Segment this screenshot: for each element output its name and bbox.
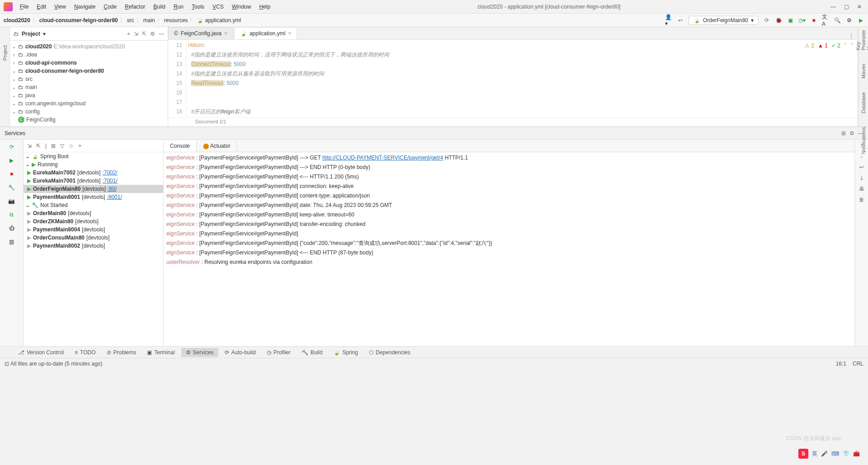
right-label[interactable]: Key Promoter X <box>855 30 868 50</box>
expand-all-icon[interactable]: ⇲ <box>134 31 138 37</box>
bottom-tab-problems[interactable]: ⊘Problems <box>102 348 141 357</box>
favorite-icon[interactable]: ☆ <box>69 143 74 149</box>
bottom-tab-profiler[interactable]: ◷Profiler <box>262 348 295 357</box>
crumb-item[interactable]: cloud-consumer-feign-order80 <box>39 17 118 23</box>
columns-icon[interactable]: ▥ <box>7 237 16 246</box>
layout-icon[interactable]: ⊞ <box>841 130 846 136</box>
profile-icon[interactable]: ◷▾ <box>798 17 806 24</box>
vcs-status-icon[interactable]: ⊡ <box>5 361 9 367</box>
console-tab-console[interactable]: Console <box>164 141 197 152</box>
right-label[interactable]: Notifications <box>861 127 866 154</box>
bottom-tab-auto-build[interactable]: ⟳Auto-build <box>220 348 260 357</box>
close-tab-icon[interactable]: × <box>224 30 227 37</box>
run-refresh-icon[interactable]: ⟳ <box>763 17 770 24</box>
run-config-selector[interactable]: 🍃 OrderFeignMain80 ▾ <box>689 16 759 25</box>
caret-position[interactable]: 16:1 <box>836 361 846 367</box>
ime-keyboard-icon[interactable]: ⌨ <box>831 451 839 457</box>
tree-node[interactable]: C FeignConfig <box>10 116 168 124</box>
minimize-icon[interactable]: — <box>830 4 836 10</box>
crumb-item[interactable]: resources <box>164 17 188 23</box>
ime-mic-icon[interactable]: 🎤 <box>821 451 828 457</box>
menu-run[interactable]: Run <box>170 2 187 12</box>
translate-icon[interactable]: 文A <box>822 17 829 24</box>
menu-vcs[interactable]: VCS <box>209 2 227 12</box>
console-output[interactable]: eignService : [PaymentFeignService#getPa… <box>164 152 854 346</box>
wrench-icon[interactable]: 🔧 <box>7 183 16 192</box>
bottom-tab-terminal[interactable]: ▣Terminal <box>142 348 179 357</box>
close-icon[interactable]: ✕ <box>857 4 862 10</box>
right-label[interactable]: Database <box>861 92 866 113</box>
filter-icon[interactable]: ▽ <box>60 143 64 149</box>
menu-view[interactable]: View <box>51 2 70 12</box>
tree-node[interactable]: ⌄🗀 cloud-consumer-feign-order80 <box>10 67 168 75</box>
editor-tab[interactable]: ©FeignConfig.java× <box>168 27 233 39</box>
service-node[interactable]: ▶ PaymentMain8004 [devtools] <box>24 225 163 234</box>
menu-navigate[interactable]: Navigate <box>71 2 99 12</box>
exit-icon[interactable]: ⏻ <box>7 224 16 233</box>
scroll-icon[interactable]: ⤓ <box>859 175 864 181</box>
service-node[interactable]: ▶ PaymentMain8002 [devtools] <box>24 242 163 250</box>
gear-icon[interactable]: ⚙ <box>150 31 155 37</box>
bottom-tab-version-control[interactable]: ⎇Version Control <box>14 348 68 357</box>
code-area[interactable]: ribbon: #指的是建立连接所用的时间，适用于网络状况正常的情况下，两端连接… <box>186 40 858 117</box>
settings-icon[interactable]: ⚙ <box>845 17 853 24</box>
graph-icon[interactable]: ⊞ <box>51 143 56 149</box>
select-opened-icon[interactable]: ⌖ <box>127 31 130 37</box>
service-node[interactable]: ▶ EurekaMain7002 [devtools] :7002/ <box>24 169 163 177</box>
trash-icon[interactable]: 🗑 <box>859 197 864 203</box>
down-icon[interactable]: ↓ <box>860 153 863 160</box>
tree-node[interactable]: ⌄🗀 com.angenin.springcloud <box>10 99 168 108</box>
collapse-all-icon[interactable]: ⇱ <box>142 31 146 37</box>
service-node[interactable]: ▶ OrderFeignMain80 [devtools] :80/ <box>24 185 163 193</box>
bottom-tab-build[interactable]: 🔨Build <box>297 348 327 357</box>
right-label[interactable]: Maven <box>861 64 866 79</box>
collapse-icon[interactable]: ⇱ <box>36 143 41 149</box>
editor-tab[interactable]: 🍃application.yml× <box>234 27 297 39</box>
service-node[interactable]: ⌄🔧 Not Started <box>24 201 163 209</box>
debug-icon[interactable]: 🐞 <box>775 17 782 24</box>
menu-edit[interactable]: Edit <box>33 2 50 12</box>
tree-node[interactable]: ⌄🗀 src <box>10 75 168 83</box>
line-sep[interactable]: CRL <box>853 361 863 367</box>
menu-tools[interactable]: Tools <box>188 2 208 12</box>
bottom-tab-todo[interactable]: ≡TODO <box>70 348 100 357</box>
service-node[interactable]: ⌄🍃 Spring Boot <box>24 152 163 160</box>
close-tab-icon[interactable]: × <box>288 30 291 37</box>
service-node[interactable]: ▶ PaymentMain8001 [devtools] :8001/ <box>24 193 163 201</box>
service-node[interactable]: ▶ EurekaMain7001 [devtools] :7001/ <box>24 177 163 185</box>
crumb-item[interactable]: main <box>143 17 155 23</box>
run-icon[interactable]: ▶ <box>857 17 864 24</box>
maximize-icon[interactable]: ▢ <box>844 4 849 10</box>
ime-toolbox-icon[interactable]: 🧰 <box>853 451 860 457</box>
service-node[interactable]: ▶ OrderConsulMain80 [devtools] <box>24 234 163 242</box>
tree-root[interactable]: ⌄🗀 cloud2020 E:\idea-workspace\cloud2020 <box>10 42 168 51</box>
bottom-tab-services[interactable]: ⚙Services <box>181 348 218 357</box>
tree-node[interactable]: ⌄🗀 java <box>10 91 168 99</box>
crumb-item[interactable]: src <box>127 17 134 23</box>
camera-icon[interactable]: 📷 <box>7 197 16 206</box>
expand-down-icon[interactable]: ˅ <box>850 42 853 49</box>
menu-file[interactable]: File <box>16 2 32 12</box>
menu-help[interactable]: Help <box>255 2 274 12</box>
inspection-summary[interactable]: ⚠ 2 ▲ 1 ✓ 2 ˄ ˅ <box>805 42 853 49</box>
stack-icon[interactable]: ⧉ <box>7 210 16 219</box>
tree-node[interactable]: ⌄🗀 config <box>10 108 168 116</box>
tree-node[interactable]: ⌄🗀 main <box>10 83 168 91</box>
crumb-item[interactable]: 🍃 application.yml <box>197 17 241 23</box>
back-icon[interactable]: ↩ <box>677 17 684 24</box>
service-node[interactable]: ▶ OrderZKMain80 [devtools] <box>24 217 163 225</box>
crumb-item[interactable]: cloud2020 <box>4 17 30 23</box>
service-node[interactable]: ⌄▶ Running <box>24 160 163 169</box>
menu-code[interactable]: Code <box>100 2 120 12</box>
user-icon[interactable]: 👤▾ <box>665 17 672 24</box>
tree-node[interactable]: ›🗀 cloud-api-commons <box>10 59 168 67</box>
run-icon[interactable]: ▶ <box>7 156 16 165</box>
expand-up-icon[interactable]: ˄ <box>844 42 847 49</box>
print-icon[interactable]: 🖶 <box>859 186 864 192</box>
bottom-tab-dependencies[interactable]: ⬡Dependencies <box>364 348 415 357</box>
hide-icon[interactable]: — <box>159 31 164 37</box>
bottom-tab-spring[interactable]: 🍃Spring <box>329 348 363 357</box>
add-icon[interactable]: + <box>78 143 81 149</box>
left-label-project[interactable]: Project <box>2 45 8 61</box>
services-tree[interactable]: ⇲⇱ | ⊞ ▽ ☆ + ⌄🍃 Spring Boot⌄▶ Running▶ E… <box>24 140 164 346</box>
